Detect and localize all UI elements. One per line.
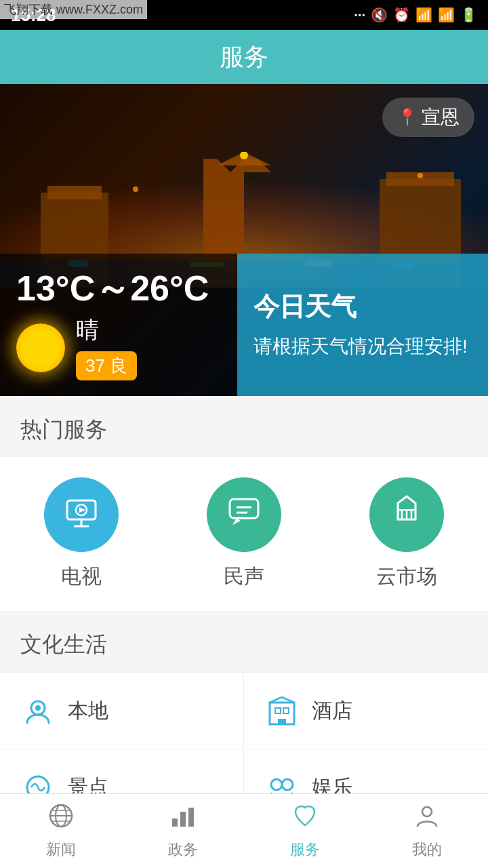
hotel-label: 酒店 [312,697,352,725]
service-item-tv[interactable]: 电视 [44,477,119,591]
page-title: 服务 [220,41,268,74]
market-label: 云市场 [376,563,437,591]
hot-services-section: 电视 民声 [0,457,488,611]
service-item-market[interactable]: 云市场 [369,477,444,591]
service-icons-row: 电视 民声 [0,477,488,591]
air-quality-badge: 37 良 [76,351,137,380]
signal-icon: ··· [354,7,365,23]
hot-services-label: 热门服务 [20,417,107,441]
person-icon [413,802,441,835]
svg-point-30 [35,705,41,711]
minsheng-label: 民声 [224,563,264,591]
status-icons: ··· 🔇 ⏰ 📶 📶 🔋 [354,7,477,23]
top-bar: 服务 [0,30,488,84]
svg-point-38 [271,779,282,790]
weather-left-panel: 13°C～26°C 晴 37 良 [0,254,237,396]
bar-chart-icon [169,802,197,835]
watermark: 飞翔下载 www.FXXZ.com [0,0,147,19]
weather-condition: 晴 [76,315,137,346]
svg-rect-32 [275,708,281,713]
vibrate-icon: 🔇 [371,7,388,23]
bottom-nav: 新闻 政务 服务 我的 [0,793,488,868]
tv-icon-circle [44,477,119,552]
svg-rect-34 [278,719,286,724]
weather-description-col: 晴 37 良 [76,315,137,380]
svg-point-9 [418,173,423,178]
hotel-icon [264,693,300,728]
weather-card: 13°C～26°C 晴 37 良 今日天气 请根据天气情况合理安排! [0,254,488,396]
temperature-display: 13°C～26°C [16,269,221,308]
news-nav-label: 新闻 [46,840,76,860]
tv-icon [62,491,101,538]
location-pin-icon: 📍 [397,108,418,127]
svg-rect-20 [230,499,258,518]
chat-icon [224,491,264,538]
local-label: 本地 [68,697,108,725]
today-weather-label: 今日天气 [253,290,472,324]
globe-icon [47,802,75,835]
weather-sun-row: 晴 37 良 [16,315,221,380]
government-nav-label: 政务 [168,840,198,860]
service-nav-label: 服务 [290,840,320,860]
location-badge[interactable]: 📍 宣恩 [382,98,474,137]
service-item-minsheng[interactable]: 民声 [207,477,281,591]
tv-label: 电视 [61,563,102,591]
weather-right-panel: 今日天气 请根据天气情况合理安排! [237,254,488,396]
svg-rect-4 [47,186,102,199]
minsheng-icon-circle [207,477,281,552]
culture-header: 文化生活 [0,611,488,672]
mine-nav-label: 我的 [412,840,442,860]
hot-services-header: 热门服务 [0,396,488,457]
location-name: 宣恩 [422,104,460,130]
svg-rect-45 [172,818,178,827]
market-icon [387,491,426,538]
nav-item-government[interactable]: 政务 [155,797,211,865]
svg-marker-19 [79,507,85,513]
culture-item-hotel[interactable]: 酒店 [244,673,488,749]
sun-icon [16,323,65,372]
svg-point-8 [133,186,138,192]
nav-item-news[interactable]: 新闻 [33,797,89,865]
weather-advice: 请根据天气情况合理安排! [253,332,472,361]
local-icon [20,693,56,728]
svg-rect-33 [283,708,289,713]
nav-item-service[interactable]: 服务 [277,797,333,865]
market-icon-circle [369,477,444,552]
culture-label: 文化生活 [20,632,107,656]
svg-rect-47 [188,808,194,827]
nav-item-mine[interactable]: 我的 [399,797,455,865]
svg-point-48 [422,807,432,816]
alarm-icon: ⏰ [393,7,410,23]
heart-icon [291,802,319,835]
culture-item-local[interactable]: 本地 [0,673,244,749]
svg-rect-46 [180,812,186,827]
weather-banner: 📍 宣恩 13°C～26°C 晴 37 良 今日天气 请根据天气情况合理安排! [0,84,488,396]
battery-icon: 🔋 [460,7,477,23]
cellular-icon: 📶 [438,7,455,23]
wifi-icon: 📶 [415,7,432,23]
svg-point-39 [282,779,293,790]
